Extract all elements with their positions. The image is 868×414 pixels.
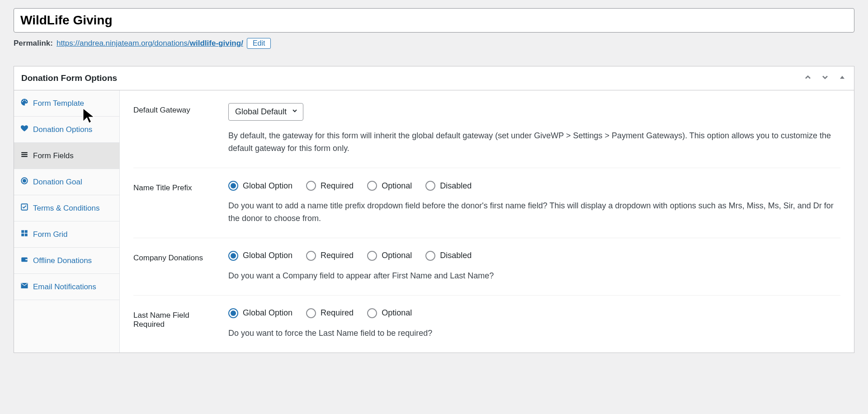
field-description: By default, the gateway for this form wi… xyxy=(228,130,840,155)
radio-label: Required xyxy=(321,251,354,260)
svg-rect-9 xyxy=(25,234,28,236)
radio-label: Required xyxy=(321,181,354,191)
permalink-link[interactable]: https://andrea.ninjateam.org/donations/w… xyxy=(57,39,243,48)
sidebar-item-donation-options[interactable]: Donation Options xyxy=(14,117,119,143)
radio-icon xyxy=(425,251,435,261)
sidebar-item-label: Offline Donations xyxy=(33,256,92,265)
radio-icon xyxy=(228,251,238,261)
sidebar-item-form-template[interactable]: Form Template xyxy=(14,90,119,117)
select-value: Global Default xyxy=(235,107,287,117)
panel-header-icons xyxy=(803,73,847,84)
field-description: Do you want a Company field to appear af… xyxy=(228,270,840,282)
field-description: Do you want to force the Last Name field… xyxy=(228,327,840,340)
palette-icon xyxy=(20,98,28,108)
radio-icon xyxy=(367,308,377,318)
field-company-donations: Company Donations Global Option Required xyxy=(133,238,840,296)
radio-icon xyxy=(306,251,316,261)
field-label: Last Name Field Required xyxy=(133,308,219,329)
radio-icon xyxy=(306,308,316,318)
sidebar-item-email-notifications[interactable]: Email Notifications xyxy=(14,274,119,300)
radio-label: Global Option xyxy=(243,308,292,318)
radio-optional[interactable]: Optional xyxy=(367,181,412,191)
radio-group: Global Option Required Optional Dis xyxy=(228,251,840,261)
chevron-down-icon[interactable] xyxy=(821,73,830,84)
field-last-name-required: Last Name Field Required Global Option R… xyxy=(133,296,840,353)
sidebar-item-label: Email Notifications xyxy=(33,282,96,292)
radio-icon xyxy=(367,181,377,191)
radio-icon xyxy=(228,181,238,191)
options-sidebar: Form Template Donation Options Form Fiel… xyxy=(14,90,120,352)
radio-icon xyxy=(367,251,377,261)
sidebar-item-offline-donations[interactable]: Offline Donations xyxy=(14,248,119,274)
sidebar-item-form-grid[interactable]: Form Grid xyxy=(14,221,119,248)
radio-group: Global Option Required Optional xyxy=(228,308,840,318)
field-default-gateway: Default Gateway Global Default By defaul… xyxy=(133,90,840,168)
radio-label: Required xyxy=(321,308,354,318)
field-label: Company Donations xyxy=(133,251,219,263)
radio-required[interactable]: Required xyxy=(306,181,354,191)
svg-rect-6 xyxy=(21,231,24,233)
sidebar-item-label: Form Grid xyxy=(33,230,68,239)
triangle-up-icon[interactable] xyxy=(838,73,847,84)
sidebar-item-label: Donation Options xyxy=(33,125,92,134)
radio-required[interactable]: Required xyxy=(306,251,354,261)
permalink-label: Permalink: xyxy=(14,39,53,48)
donation-form-options-panel: Donation Form Options Form Template xyxy=(14,66,854,353)
permalink-row: Permalink: https://andrea.ninjateam.org/… xyxy=(14,38,854,49)
field-description: Do you want to add a name title prefix d… xyxy=(228,200,840,225)
svg-rect-8 xyxy=(21,234,24,236)
field-label: Name Title Prefix xyxy=(133,181,219,193)
radio-required[interactable]: Required xyxy=(306,308,354,318)
list-icon xyxy=(20,151,28,161)
svg-rect-7 xyxy=(25,231,28,233)
svg-rect-0 xyxy=(21,152,28,153)
chevron-up-icon[interactable] xyxy=(803,73,812,84)
radio-label: Global Option xyxy=(243,251,292,260)
default-gateway-select[interactable]: Global Default xyxy=(228,103,303,121)
sidebar-item-label: Form Template xyxy=(33,99,84,108)
edit-slug-button[interactable]: Edit xyxy=(247,38,271,49)
checkbox-icon xyxy=(20,203,28,213)
radio-group: Global Option Required Optional Dis xyxy=(228,181,840,191)
svg-rect-1 xyxy=(21,154,28,155)
envelope-icon xyxy=(20,282,28,292)
radio-optional[interactable]: Optional xyxy=(367,308,412,318)
radio-global-option[interactable]: Global Option xyxy=(228,308,292,318)
radio-global-option[interactable]: Global Option xyxy=(228,251,292,261)
radio-label: Optional xyxy=(382,308,412,318)
radio-label: Global Option xyxy=(243,181,292,191)
heart-icon xyxy=(20,124,28,135)
svg-rect-2 xyxy=(21,156,28,157)
target-icon xyxy=(20,177,28,187)
radio-label: Optional xyxy=(382,251,412,260)
svg-point-4 xyxy=(23,179,26,182)
field-label: Default Gateway xyxy=(133,103,219,115)
radio-icon xyxy=(306,181,316,191)
sidebar-item-donation-goal[interactable]: Donation Goal xyxy=(14,169,119,195)
field-name-title-prefix: Name Title Prefix Global Option Required xyxy=(133,168,840,238)
radio-label: Optional xyxy=(382,181,412,191)
svg-rect-11 xyxy=(25,259,28,260)
sidebar-item-form-fields[interactable]: Form Fields xyxy=(14,143,119,169)
radio-label: Disabled xyxy=(440,251,472,260)
panel-header: Donation Form Options xyxy=(14,66,854,90)
wallet-icon xyxy=(20,255,28,266)
radio-icon xyxy=(425,181,435,191)
sidebar-item-label: Donation Goal xyxy=(33,178,82,187)
radio-global-option[interactable]: Global Option xyxy=(228,181,292,191)
radio-icon xyxy=(228,308,238,318)
chevron-down-icon xyxy=(291,107,298,117)
radio-label: Disabled xyxy=(440,181,472,191)
options-content: Default Gateway Global Default By defaul… xyxy=(120,90,854,352)
form-title-input[interactable] xyxy=(14,8,854,33)
panel-title: Donation Form Options xyxy=(21,73,117,83)
sidebar-item-label: Form Fields xyxy=(33,151,74,160)
radio-disabled[interactable]: Disabled xyxy=(425,251,472,261)
permalink-base: https://andrea.ninjateam.org/donations/ xyxy=(57,39,190,47)
sidebar-item-label: Terms & Conditions xyxy=(33,204,99,213)
permalink-slug: wildlife-giving/ xyxy=(190,39,243,47)
sidebar-item-terms-conditions[interactable]: Terms & Conditions xyxy=(14,195,119,221)
radio-disabled[interactable]: Disabled xyxy=(425,181,472,191)
grid-icon xyxy=(20,229,28,240)
radio-optional[interactable]: Optional xyxy=(367,251,412,261)
